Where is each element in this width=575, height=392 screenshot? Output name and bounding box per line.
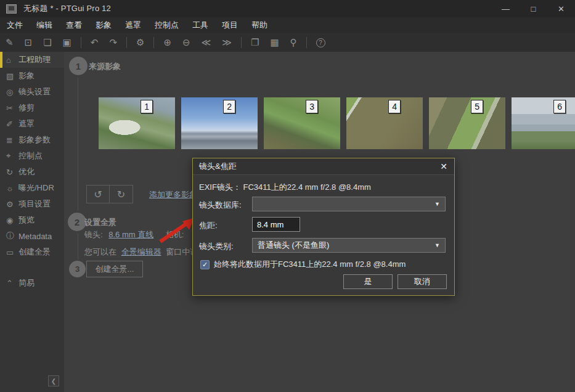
sidebar-item-exposure-hdr[interactable]: ☼ 曝光/HDR: [0, 180, 64, 196]
image-number-badge: 2: [223, 100, 235, 113]
menu-file[interactable]: 文件: [0, 17, 30, 33]
menu-edit[interactable]: 编辑: [30, 17, 59, 33]
toolbar-separator: [126, 37, 127, 48]
minimize-button[interactable]: —: [492, 0, 520, 17]
image-number-badge: 1: [141, 100, 153, 113]
sidebar-item-control-points[interactable]: ⌖ 控制点: [0, 148, 64, 164]
sidebar-item-simple-mode[interactable]: ⌃ 简易: [0, 275, 64, 291]
open-project-icon[interactable]: ⊡: [19, 33, 38, 52]
window-title: 无标题 * - PTGui Pro 12: [23, 3, 111, 14]
editor-hint-prefix: 您可以在: [84, 247, 116, 256]
lens-icon: ◎: [6, 88, 18, 97]
always-use-checkbox[interactable]: ✓: [200, 260, 210, 269]
image-number-badge: 3: [306, 100, 318, 113]
create-panorama-button[interactable]: 创建全景...: [86, 261, 143, 277]
sidebar-item-label: 控制点: [18, 150, 43, 161]
sidebar-item-project-assistant[interactable]: ⌂ 工程助理: [0, 52, 64, 68]
sidebar-item-label: 遮罩: [18, 118, 35, 129]
apply-template-icon[interactable]: ❏: [38, 33, 57, 52]
always-use-row: ✓ 始终将此数据用于FC3411上的22.4 mm f/2.8 @8.4mm: [200, 259, 406, 270]
menu-images[interactable]: 影象: [89, 17, 118, 33]
sidebar-item-preview[interactable]: ◉ 预览: [0, 212, 64, 228]
sidebar-item-lens-settings[interactable]: ◎ 镜头设置: [0, 84, 64, 100]
dialog-close-icon[interactable]: ✕: [433, 158, 454, 175]
rotate-buttons: ↺ ↻: [86, 185, 133, 203]
toolbar-separator: [306, 37, 307, 48]
undo-icon[interactable]: ↶: [85, 33, 104, 52]
menu-bar: 文件 编辑 查看 影象 遮罩 控制点 工具 项目 帮助: [0, 17, 575, 33]
eye-icon: ◉: [6, 216, 18, 225]
exif-lens-row: EXIF镜头： FC3411上的22.4 mm f/2.8 @8.4mm: [199, 182, 371, 193]
chevron-down-icon: ▼: [434, 201, 440, 207]
panorama-editor-icon[interactable]: ❐: [245, 33, 264, 52]
zoom-out-icon[interactable]: ⊖: [177, 33, 196, 52]
editor-hint-row: 您可以在 全景编辑器 窗口中调: [84, 247, 198, 258]
panorama-icon: ▭: [6, 248, 18, 257]
menu-tools[interactable]: 工具: [186, 17, 215, 33]
panorama-editor-link[interactable]: 全景编辑器: [121, 247, 161, 256]
toolbar-separator: [153, 37, 154, 48]
sidebar-item-label: 影象参数: [18, 134, 51, 145]
sidebar-item-optimizer[interactable]: ↻ 优化: [0, 164, 64, 180]
previous-icon[interactable]: ≪: [196, 33, 217, 52]
settings-icon[interactable]: ⚙: [131, 33, 150, 52]
close-button[interactable]: ✕: [547, 0, 575, 17]
source-image-thumbnail[interactable]: 5: [429, 97, 505, 149]
sidebar-collapse-button[interactable]: ❮: [48, 375, 59, 386]
sidebar-item-mask[interactable]: ✐ 遮罩: [0, 116, 64, 132]
cancel-button[interactable]: 取消: [398, 274, 447, 289]
sidebar-item-crop[interactable]: ✂ 修剪: [0, 100, 64, 116]
help-icon[interactable]: ?: [316, 38, 325, 47]
step-connector: [78, 234, 78, 259]
sidebar-item-metadata[interactable]: ⓘ Metadata: [0, 228, 64, 244]
lightbulb-icon[interactable]: ⚲: [285, 33, 303, 52]
focal-length-input[interactable]: 8.4 mm: [252, 217, 300, 232]
dialog-title-bar: 镜头&焦距 ✕: [193, 158, 454, 175]
sidebar-item-project-settings[interactable]: ⚙ 项目设置: [0, 196, 64, 212]
menu-mask[interactable]: 遮罩: [118, 17, 148, 33]
sidebar-item-images[interactable]: ▧ 影象: [0, 68, 64, 84]
lens-type-value: 普通镜头 (不是鱼眼): [258, 240, 329, 251]
sidebar-item-image-parameters[interactable]: ≣ 影象参数: [0, 132, 64, 148]
chevron-up-icon: ⌃: [6, 279, 18, 288]
menu-help[interactable]: 帮助: [245, 17, 274, 33]
lens-type-select[interactable]: 普通镜头 (不是鱼眼) ▼: [252, 238, 446, 253]
image-icon: ▧: [6, 71, 18, 81]
next-icon[interactable]: ≫: [216, 33, 237, 52]
save-project-icon[interactable]: ▣: [57, 33, 77, 52]
step-2-label: 设置全景: [84, 217, 116, 228]
lens-link[interactable]: 8.6 mm 直线: [108, 230, 153, 239]
source-image-thumbnail[interactable]: 1: [99, 97, 175, 149]
rotate-cw-button[interactable]: ↻: [110, 185, 133, 203]
detail-viewer-icon[interactable]: ▦: [264, 33, 284, 52]
menu-view[interactable]: 查看: [59, 17, 89, 33]
lens-label: 镜头:: [84, 230, 103, 239]
lens-type-label: 镜头类别:: [199, 241, 234, 252]
sidebar-item-label: 曝光/HDR: [18, 182, 54, 194]
image-number-badge: 4: [388, 100, 401, 113]
menu-project[interactable]: 项目: [215, 17, 245, 33]
sidebar-item-create-panorama[interactable]: ▭ 创建全景: [0, 244, 64, 260]
sliders-icon: ≣: [6, 136, 18, 145]
app-window: 无标题 * - PTGui Pro 12 — □ ✕ 文件 编辑 查看 影象 遮…: [0, 0, 575, 392]
sidebar: ⌂ 工程助理 ▧ 影象 ◎ 镜头设置 ✂ 修剪 ✐ 遮罩 ≣ 影象参数 ⌖ 控制…: [0, 52, 64, 392]
source-image-thumbnail[interactable]: 6: [512, 97, 575, 149]
rotate-ccw-button[interactable]: ↺: [86, 185, 110, 203]
lens-database-label: 镜头数据库:: [199, 200, 242, 211]
source-image-thumbnail[interactable]: 4: [346, 97, 423, 149]
menu-control-points[interactable]: 控制点: [148, 17, 186, 33]
sidebar-item-label: 修剪: [18, 102, 35, 113]
zoom-in-icon[interactable]: ⊕: [158, 33, 177, 52]
maximize-button[interactable]: □: [520, 0, 547, 17]
yes-button[interactable]: 是: [343, 274, 393, 289]
lens-database-select[interactable]: ▼: [252, 197, 446, 211]
add-more-images-link[interactable]: 添加更多影象: [149, 189, 197, 200]
new-project-icon[interactable]: ✎: [0, 33, 19, 52]
image-number-badge: 6: [553, 100, 566, 113]
step-2-circle: 2: [68, 213, 86, 231]
source-image-thumbnail[interactable]: 3: [264, 97, 340, 149]
focal-length-label: 焦距:: [199, 220, 218, 231]
source-image-thumbnail[interactable]: 2: [181, 97, 258, 149]
gear-icon: ⚙: [6, 200, 18, 209]
redo-icon[interactable]: ↷: [104, 33, 123, 52]
